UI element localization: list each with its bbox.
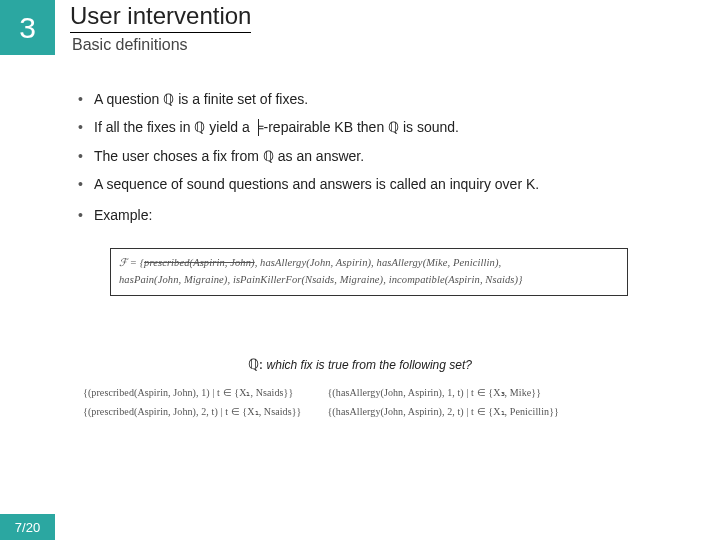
list-item-text: If all the fixes in ℚ yield a ╞-repairab… xyxy=(94,116,459,138)
list-item-text: A question ℚ is a finite set of fixes. xyxy=(94,88,308,110)
f-set-line1: ℱ = {prescribed(Aspirin, John), hasAller… xyxy=(119,255,619,272)
fix-set-cell: {(hasAllergy(John, Aspirin), 2, t) | t ∈… xyxy=(326,405,559,418)
fix-set-cell: {(prescribed(Aspirin, John), 1) | t ∈ {X… xyxy=(82,386,302,399)
question-symbol: ℚ: xyxy=(248,357,263,372)
list-item: • If all the fixes in ℚ yield a ╞-repair… xyxy=(78,116,678,138)
bullet-dot-icon: • xyxy=(78,173,94,195)
list-item-example: • Example: xyxy=(78,204,678,226)
list-item: • A question ℚ is a finite set of fixes. xyxy=(78,88,678,110)
table-row: {(prescribed(Aspirin, John), 2, t) | t ∈… xyxy=(82,405,560,418)
f-set-line2: hasPain(John, Migraine), isPainKillerFor… xyxy=(119,272,619,289)
list-item: • A sequence of sound questions and answ… xyxy=(78,173,678,195)
question-text: which fix is true from the following set… xyxy=(267,358,472,372)
f-set-rest: , hasAllergy(John, Aspirin), hasAllergy(… xyxy=(255,257,502,268)
section-number-badge: 3 xyxy=(0,0,55,55)
fix-set-cell: {(prescribed(Aspirin, John), 2, t) | t ∈… xyxy=(82,405,302,418)
list-item-text: The user choses a fix from ℚ as an answe… xyxy=(94,145,364,167)
fix-set-cell: {(hasAllergy(John, Aspirin), 1, t) | t ∈… xyxy=(326,386,559,399)
bullet-dot-icon: • xyxy=(78,116,94,138)
list-item: • The user choses a fix from ℚ as an ans… xyxy=(78,145,678,167)
bullet-list: • A question ℚ is a finite set of fixes.… xyxy=(78,88,678,232)
f-set-strike: prescribed(Aspirin, John) xyxy=(144,257,255,268)
fix-sets-grid: {(prescribed(Aspirin, John), 1) | t ∈ {X… xyxy=(58,380,584,424)
example-label: Example: xyxy=(94,204,152,226)
slide-subtitle: Basic definitions xyxy=(72,36,188,54)
bullet-dot-icon: • xyxy=(78,145,94,167)
question-line: ℚ: which fix is true from the following … xyxy=(0,356,720,373)
slide: 3 User intervention Basic definitions • … xyxy=(0,0,720,540)
bullet-dot-icon: • xyxy=(78,204,94,226)
f-set-box: ℱ = {prescribed(Aspirin, John), hasAller… xyxy=(110,248,628,296)
bullet-dot-icon: • xyxy=(78,88,94,110)
list-item-text: A sequence of sound questions and answer… xyxy=(94,173,539,195)
slide-title: User intervention xyxy=(70,2,251,33)
page-number-badge: 7/20 xyxy=(0,514,55,540)
table-row: {(prescribed(Aspirin, John), 1) | t ∈ {X… xyxy=(82,386,560,399)
f-set-lead: ℱ = { xyxy=(119,257,144,268)
